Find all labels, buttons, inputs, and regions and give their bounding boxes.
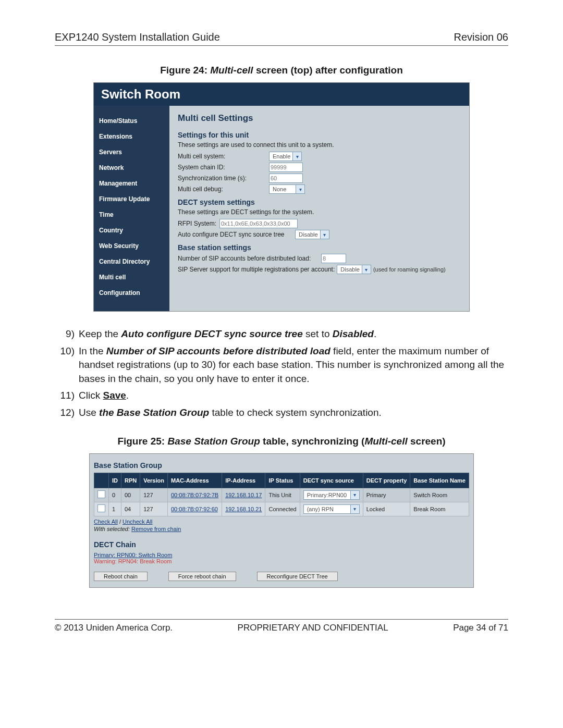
col-header: IP Status: [265, 473, 300, 488]
mac-link[interactable]: 00:08:7B:07:92:7B: [171, 492, 218, 498]
chain-buttons: Reboot chainForce reboot chainReconfigur…: [94, 572, 469, 581]
sync-time-label: Synchronization time (s):: [178, 175, 269, 182]
reconfigure-dect-tree-button[interactable]: Reconfigure DECT Tree: [257, 572, 338, 581]
section-dect-settings: DECT system settings: [178, 198, 461, 206]
reboot-chain-button[interactable]: Reboot chain: [94, 572, 148, 581]
col-header: ID: [109, 473, 121, 488]
sip-before-input[interactable]: [321, 254, 346, 263]
sidebar-item-extensions[interactable]: Extensions: [99, 129, 164, 144]
sip-before-label: Number of SIP accounts before distribute…: [178, 255, 321, 262]
doc-title: EXP1240 System Installation Guide: [55, 31, 220, 43]
multicell-system-label: Multi cell system:: [178, 153, 269, 160]
remove-from-chain-link[interactable]: Remove from chain: [131, 526, 181, 532]
instruction-number: 10): [55, 344, 79, 386]
check-all-row: Check All / Uncheck All: [94, 519, 469, 525]
chevron-down-icon: ▾: [350, 505, 359, 513]
row-checkbox[interactable]: [97, 490, 105, 498]
chain-primary-link[interactable]: Primary: RPN00: Switch Room: [94, 552, 469, 558]
page-title: Multi cell Settings: [178, 113, 461, 124]
debug-label: Multi cell debug:: [178, 186, 269, 193]
col-header: DECT property: [363, 473, 410, 488]
doc-header: EXP1240 System Installation Guide Revisi…: [55, 31, 508, 46]
sidebar-item-time[interactable]: Time: [99, 207, 164, 223]
autocfg-label: Auto configure DECT sync source tree: [178, 231, 295, 238]
col-header: DECT sync source: [300, 473, 363, 488]
chevron-down-icon: ▾: [292, 152, 301, 161]
instruction-number: 11): [55, 389, 79, 403]
doc-footer: © 2013 Uniden America Corp. PROPRIETARY …: [55, 619, 508, 633]
content-pane: Multi cell Settings Settings for this un…: [169, 106, 469, 311]
sidebar-item-country[interactable]: Country: [99, 223, 164, 238]
dect-chain-heading: DECT Chain: [94, 540, 469, 549]
footer-notice: PROPRIETARY AND CONFIDENTIAL: [238, 623, 388, 633]
chain-id-label: System chain ID:: [178, 164, 269, 171]
col-header: MAC-Address: [167, 473, 222, 488]
footer-copyright: © 2013 Uniden America Corp.: [55, 623, 173, 633]
table-row: 00012700:08:7B:07:92:7B192.168.10.17This…: [94, 488, 469, 502]
section-unit-desc: These settings are used to connect this …: [178, 141, 461, 149]
debug-select[interactable]: None ▾: [269, 184, 305, 194]
instruction-number: 12): [55, 406, 79, 420]
instructions-list: 9)Keep the Auto configure DECT sync sour…: [55, 327, 508, 420]
bsg-table: IDRPNVersionMAC-AddressIP-AddressIP Stat…: [94, 473, 469, 516]
instruction-number: 9): [55, 327, 79, 341]
sidebar-nav: Home/StatusExtensionsServersNetworkManag…: [94, 106, 169, 311]
col-header: [94, 473, 109, 488]
sip-multi-label: SIP Server support for multiple registra…: [178, 266, 335, 273]
sidebar-item-management[interactable]: Management: [99, 176, 164, 191]
sidebar-item-home-status[interactable]: Home/Status: [99, 113, 164, 129]
instruction-text: Use the Base Station Group table to chec…: [79, 406, 508, 420]
chevron-down-icon: ▾: [350, 491, 359, 499]
sidebar-item-central-directory[interactable]: Central Directory: [99, 254, 164, 269]
instruction-text: In the Number of SIP accounts before dis…: [79, 344, 508, 386]
rfpi-input[interactable]: [219, 219, 298, 228]
sync-time-input[interactable]: [269, 174, 303, 183]
col-header: Version: [140, 473, 168, 488]
footer-page: Page 34 of 71: [453, 623, 508, 633]
chevron-down-icon: ▾: [362, 265, 371, 274]
figure24-screenshot: Switch Room Home/StatusExtensionsServers…: [93, 82, 470, 312]
ip-link[interactable]: 192.168.10.17: [225, 492, 262, 498]
row-checkbox[interactable]: [97, 504, 105, 512]
figure25-screenshot: Base Station Group IDRPNVersionMAC-Addre…: [89, 453, 474, 588]
section-dect-desc: These settings are DECT settings for the…: [178, 208, 461, 216]
window-title: Switch Room: [94, 83, 469, 106]
sidebar-item-servers[interactable]: Servers: [99, 144, 164, 160]
col-header: IP-Address: [222, 473, 265, 488]
multicell-system-select[interactable]: Enable ▾: [269, 152, 302, 161]
sidebar-item-configuration[interactable]: Configuration: [99, 285, 164, 301]
mac-link[interactable]: 00:08:7B:07:92:60: [171, 506, 218, 512]
section-unit-settings: Settings for this unit: [178, 131, 461, 139]
rfpi-label: RFPI System:: [178, 220, 219, 227]
sip-multi-select[interactable]: Disable ▾: [337, 265, 371, 274]
ip-link[interactable]: 192.168.10.21: [225, 506, 262, 512]
figure24-caption: Figure 24: Multi-cell screen (top) after…: [55, 65, 508, 76]
sidebar-item-network[interactable]: Network: [99, 160, 164, 176]
autocfg-select[interactable]: Disable ▾: [295, 230, 329, 239]
chain-warning: Warning: RPN04: Break Room: [94, 558, 469, 564]
instruction-text: Keep the Auto configure DECT sync source…: [79, 327, 508, 341]
figure25-caption: Figure 25: Base Station Group table, syn…: [55, 436, 508, 447]
sip-multi-note: (used for roaming signalling): [373, 266, 446, 273]
chevron-down-icon: ▾: [320, 230, 329, 239]
instruction-text: Click Save.: [79, 389, 508, 403]
force-reboot-chain-button[interactable]: Force reboot chain: [168, 572, 236, 581]
col-header: Base Station Name: [410, 473, 469, 488]
sync-source-select[interactable]: Primary:RPN00▾: [303, 490, 360, 500]
chevron-down-icon: ▾: [296, 185, 304, 193]
col-header: RPN: [121, 473, 140, 488]
bsg-heading: Base Station Group: [94, 461, 469, 470]
doc-revision: Revision 06: [454, 31, 508, 43]
sidebar-item-firmware-update[interactable]: Firmware Update: [99, 191, 164, 207]
section-base-settings: Base station settings: [178, 243, 461, 252]
check-all-link[interactable]: Check All: [94, 519, 118, 525]
sidebar-item-web-security[interactable]: Web Security: [99, 238, 164, 254]
table-row: 10412700:08:7B:07:92:60192.168.10.21Conn…: [94, 502, 469, 516]
uncheck-all-link[interactable]: Uncheck All: [123, 519, 152, 525]
sidebar-item-multi-cell[interactable]: Multi cell: [99, 269, 164, 285]
with-selected-row: With selected: Remove from chain: [94, 526, 469, 532]
sync-source-select[interactable]: (any) RPN▾: [303, 504, 360, 514]
chain-id-input[interactable]: [269, 163, 303, 172]
